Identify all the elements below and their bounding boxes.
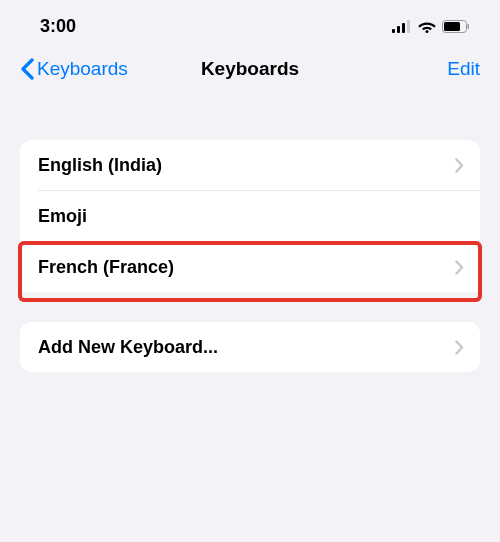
chevron-left-icon	[20, 58, 34, 80]
svg-rect-1	[397, 26, 400, 33]
back-label: Keyboards	[37, 58, 128, 80]
keyboard-row-french[interactable]: French (France)	[20, 242, 480, 292]
wifi-icon	[418, 20, 436, 33]
chevron-right-icon	[455, 340, 464, 355]
keyboard-row-english[interactable]: English (India)	[20, 140, 480, 190]
status-bar: 3:00	[0, 0, 500, 48]
svg-rect-3	[407, 20, 410, 33]
svg-rect-6	[444, 22, 460, 31]
keyboard-label: English (India)	[38, 155, 162, 176]
cellular-icon	[392, 20, 412, 33]
svg-rect-0	[392, 29, 395, 33]
keyboard-label: French (France)	[38, 257, 174, 278]
chevron-right-icon	[455, 158, 464, 173]
add-keyboard-group: Add New Keyboard...	[20, 322, 480, 372]
chevron-right-icon	[455, 260, 464, 275]
keyboards-list: English (India) Emoji French (France)	[20, 140, 480, 292]
edit-button[interactable]: Edit	[447, 58, 480, 80]
add-keyboard-row[interactable]: Add New Keyboard...	[20, 322, 480, 372]
battery-icon	[442, 20, 470, 33]
keyboard-row-emoji[interactable]: Emoji	[20, 191, 480, 241]
svg-point-4	[426, 30, 429, 33]
status-icons	[392, 20, 470, 33]
nav-bar: Keyboards Keyboards Edit	[0, 48, 500, 98]
keyboard-label: Emoji	[38, 206, 87, 227]
page-title: Keyboards	[201, 58, 299, 80]
svg-rect-2	[402, 23, 405, 33]
svg-rect-7	[468, 24, 470, 29]
status-time: 3:00	[40, 16, 76, 37]
add-keyboard-label: Add New Keyboard...	[38, 337, 218, 358]
back-button[interactable]: Keyboards	[20, 58, 128, 80]
